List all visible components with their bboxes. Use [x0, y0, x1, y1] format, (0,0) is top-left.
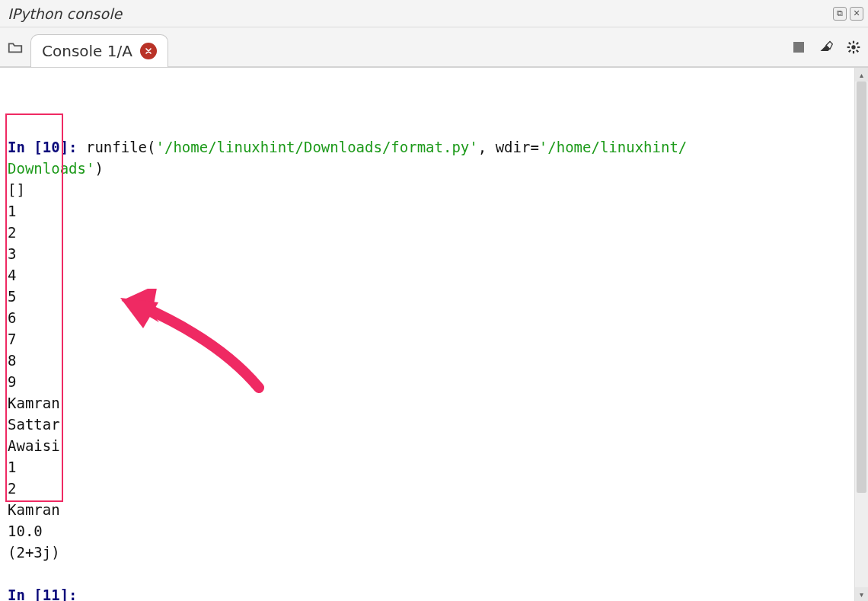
svg-line-6: [849, 42, 851, 44]
svg-rect-0: [793, 42, 804, 53]
maximize-button[interactable]: ⧉: [833, 7, 847, 21]
output-line: 10.0: [8, 520, 847, 542]
console-wrap: In [10]: runfile('/home/linuxhint/Downlo…: [0, 67, 868, 601]
tab-bar: Console 1/A: [0, 27, 868, 67]
browse-directory-button[interactable]: [5, 37, 26, 58]
svg-point-1: [851, 45, 855, 49]
output-line: 2: [8, 222, 847, 243]
console-toolbar: [790, 39, 862, 56]
panel-title: IPython console: [8, 5, 122, 22]
gear-icon: [846, 40, 861, 55]
output-line: 8: [8, 350, 847, 371]
panel-titlebar: IPython console ⧉ ✕: [0, 0, 868, 27]
vertical-scrollbar[interactable]: ▴ ▾: [854, 68, 868, 601]
input-prompt-line: In [10]: runfile('/home/linuxhint/Downlo…: [8, 136, 847, 158]
output-line: 3: [8, 243, 847, 264]
svg-line-7: [857, 50, 859, 52]
folder-icon: [7, 39, 24, 56]
close-icon: [144, 46, 153, 56]
output-line: 9: [8, 371, 847, 392]
output-line: Awaisi: [8, 435, 847, 456]
svg-line-9: [849, 50, 851, 52]
output-line: 2: [8, 478, 847, 499]
output-line: 7: [8, 328, 847, 350]
output-line: Kamran: [8, 392, 847, 414]
console-tab[interactable]: Console 1/A: [30, 34, 168, 68]
output-line: Sattar: [8, 414, 847, 435]
scroll-down-button[interactable]: ▾: [855, 587, 868, 601]
window-controls: ⧉ ✕: [833, 7, 863, 21]
blank-line: [8, 563, 847, 584]
stop-button[interactable]: [790, 39, 807, 56]
scroll-up-button[interactable]: ▴: [855, 68, 868, 82]
output-line: 5: [8, 286, 847, 307]
close-panel-button[interactable]: ✕: [850, 7, 863, 21]
ipython-console-panel: IPython console ⧉ ✕ Console 1/A: [0, 0, 868, 601]
eraser-icon: [819, 40, 834, 55]
console-output-area[interactable]: In [10]: runfile('/home/linuxhint/Downlo…: [0, 68, 854, 601]
output-line: (2+3j): [8, 542, 847, 563]
close-tab-button[interactable]: [140, 43, 157, 59]
options-button[interactable]: [845, 39, 862, 56]
output-line: Kamran: [8, 499, 847, 520]
output-line: 6: [8, 307, 847, 328]
output-line: 1: [8, 200, 847, 222]
input-prompt-line-2: Downloads'): [8, 158, 847, 179]
scroll-thumb[interactable]: [857, 82, 866, 493]
clear-button[interactable]: [818, 39, 834, 56]
output-line: 4: [8, 264, 847, 286]
console-tab-label: Console 1/A: [42, 42, 132, 60]
input-prompt-empty[interactable]: In [11]:: [8, 584, 847, 601]
output-line: 1: [8, 456, 847, 478]
svg-line-8: [857, 42, 859, 44]
stop-icon: [791, 40, 806, 55]
output-line: []: [8, 179, 847, 200]
